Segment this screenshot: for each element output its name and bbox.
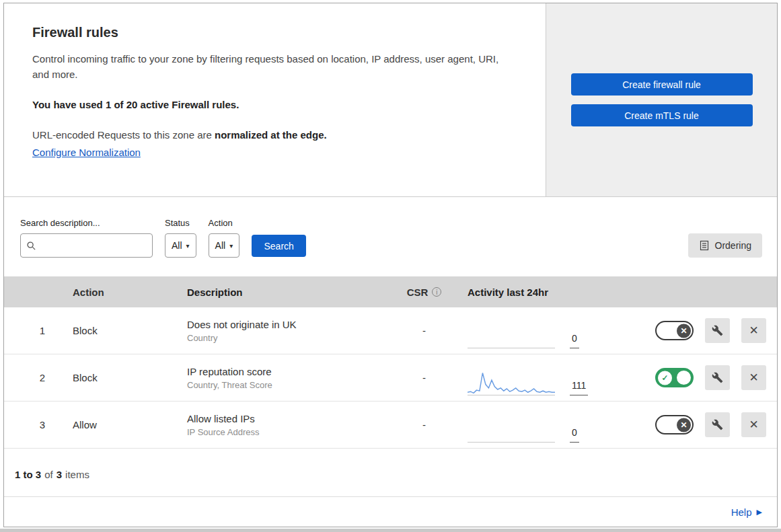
x-icon: ✕ [677,324,691,338]
filter-bar: Search description... Status All ▾ Actio… [4,197,777,276]
delete-rule-button[interactable]: ✕ [741,318,766,343]
search-button[interactable]: Search [252,235,306,257]
chevron-down-icon: ▾ [186,242,190,250]
footer-of: of [44,469,53,480]
rule-description-main: Allow listed IPs [187,413,389,424]
help-bar: Help ▶ [4,496,777,527]
rule-priority: 2 [12,372,73,383]
rule-description: Allow listed IPs IP Source Address [187,413,389,437]
actions-panel: Create firewall rule Create mTLS rule [546,3,777,196]
help-link[interactable]: Help ▶ [731,506,762,518]
create-firewall-rule-button[interactable]: Create firewall rule [571,73,753,96]
search-input[interactable] [40,240,147,251]
rule-controls: ✓ ✕ ✕ [624,318,769,343]
header-section: Firewall rules Control incoming traffic … [4,3,777,197]
search-input-box[interactable] [20,233,153,258]
header-activity: Activity last 24hr [459,287,624,298]
action-select[interactable]: All ▾ [209,233,240,258]
header-description: Description [187,287,389,298]
rule-enabled-toggle[interactable]: ✓ ✕ [655,321,694,340]
edit-rule-button[interactable] [705,318,730,343]
toggle-knob [658,418,672,432]
action-label: Action [209,218,240,228]
rule-enabled-toggle[interactable]: ✓ ✕ [655,368,694,387]
check-icon: ✓ [658,371,672,385]
rule-priority: 1 [12,325,73,336]
rule-controls: ✓ ✕ ✕ [624,365,769,390]
activity-count-link[interactable]: 0 [570,334,579,348]
rule-activity: 111 [459,360,624,395]
rule-description-sub: Country [187,333,389,343]
footer-items: items [65,469,89,480]
bottom-scrollbar-strip[interactable] [0,529,781,532]
edit-rule-button[interactable] [705,412,730,437]
usage-text: You have used 1 of 20 active Firewall ru… [32,99,516,110]
wrench-icon [712,325,723,336]
create-mtls-rule-button[interactable]: Create mTLS rule [571,104,753,126]
x-icon: ✕ [677,418,691,432]
close-icon: ✕ [749,324,758,338]
delete-rule-button[interactable]: ✕ [741,365,766,390]
action-field: Action All ▾ [209,218,240,258]
help-link-label: Help [731,506,752,518]
rule-csr-value: - [389,325,459,336]
action-select-value: All [215,240,226,251]
delete-rule-button[interactable]: ✕ [741,412,766,437]
header-csr-label: CSR [407,287,429,298]
activity-count-link[interactable]: 0 [570,428,579,443]
table-row: 3 Allow Allow listed IPs IP Source Addre… [4,402,777,449]
rule-activity: 0 [459,408,624,443]
normalization-text: URL-encoded Requests to this zone are no… [32,129,516,141]
rule-description: IP reputation score Country, Threat Scor… [187,366,389,390]
ordering-button-label: Ordering [715,240,751,251]
wrench-icon [712,419,723,430]
wrench-icon [712,372,723,383]
rule-description-sub: IP Source Address [187,427,389,437]
rule-csr-value: - [389,372,459,383]
rule-action: Allow [73,419,187,430]
activity-sparkline [468,416,555,443]
rule-description-sub: Country, Threat Score [187,380,389,390]
footer-total: 3 [57,469,62,480]
status-select[interactable]: All ▾ [165,233,196,258]
toggle-knob [677,371,691,385]
close-icon: ✕ [749,371,758,385]
info-icon[interactable]: i [432,287,441,297]
rule-activity: 0 [459,313,624,348]
table-header: Action Description CSR i Activity last 2… [4,276,777,307]
rule-action: Block [73,372,187,383]
header-card: Firewall rules Control incoming traffic … [4,3,546,196]
table-footer: 1 to 3 of 3 items [4,449,777,480]
table-row: 1 Block Does not originate in UK Country… [4,307,777,354]
normalization-bold: normalized at the edge. [215,129,327,141]
rules-table: Action Description CSR i Activity last 2… [4,276,777,449]
search-label: Search description... [20,218,153,228]
table-row: 2 Block IP reputation score Country, Thr… [4,354,777,402]
close-icon: ✕ [749,418,758,432]
chevron-right-icon: ▶ [757,508,762,517]
search-icon [26,241,36,251]
edit-rule-button[interactable] [705,365,730,390]
chevron-down-icon: ▾ [229,242,233,250]
rule-action: Block [73,325,187,336]
firewall-rules-page: Firewall rules Control incoming traffic … [3,3,778,527]
search-field: Search description... [20,218,153,258]
rule-description-main: Does not originate in UK [187,319,389,330]
rule-controls: ✓ ✕ ✕ [624,412,769,437]
activity-count-link[interactable]: 111 [570,381,588,395]
rule-priority: 3 [12,419,73,430]
ordering-list-icon [699,240,710,251]
footer-range: 1 to 3 [15,469,41,480]
activity-sparkline [468,369,555,395]
ordering-button[interactable]: Ordering [688,233,762,258]
configure-normalization-link[interactable]: Configure Normalization [32,147,141,158]
rule-csr-value: - [389,419,459,430]
status-label: Status [165,218,196,228]
page-description: Control incoming traffic to your zone by… [32,51,510,83]
header-csr: CSR i [389,287,459,298]
rule-enabled-toggle[interactable]: ✓ ✕ [655,415,694,434]
rule-description-main: IP reputation score [187,366,389,377]
page-title: Firewall rules [32,25,516,40]
rule-description: Does not originate in UK Country [187,319,389,343]
header-action: Action [73,287,187,298]
